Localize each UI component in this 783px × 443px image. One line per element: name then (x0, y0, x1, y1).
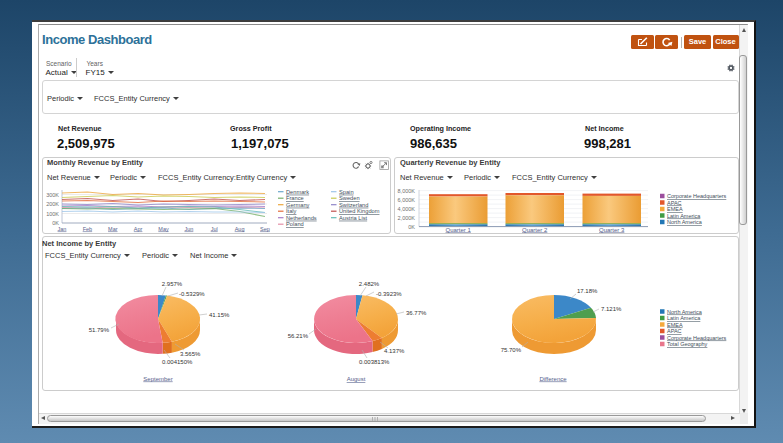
svg-text:4,000K: 4,000K (398, 206, 416, 212)
svg-text:100K: 100K (46, 211, 59, 217)
svg-text:August: August (347, 376, 366, 382)
svg-text:Italy: Italy (286, 208, 297, 214)
svg-text:-0.5329%: -0.5329% (179, 291, 205, 297)
svg-text:75.70%: 75.70% (501, 347, 522, 353)
svg-text:2,000K: 2,000K (398, 215, 416, 221)
svg-text:3.565%: 3.565% (180, 351, 201, 357)
svg-text:Latin America: Latin America (667, 213, 701, 219)
svg-text:September: September (143, 376, 172, 382)
svg-text:Sep: Sep (260, 226, 270, 232)
svg-text:2.957%: 2.957% (162, 281, 183, 287)
svg-text:6,000K: 6,000K (398, 197, 416, 203)
svg-text:300K: 300K (46, 192, 59, 198)
svg-text:Netherlands: Netherlands (286, 215, 317, 221)
svg-text:17.18%: 17.18% (577, 288, 598, 294)
svg-text:Mar: Mar (108, 226, 118, 232)
svg-text:Quarter 3: Quarter 3 (599, 227, 625, 233)
svg-text:Latin America: Latin America (667, 315, 701, 321)
svg-text:0.003813%: 0.003813% (359, 359, 390, 365)
svg-text:Apr: Apr (134, 226, 143, 232)
svg-text:Jun: Jun (184, 226, 193, 232)
svg-text:EMEA: EMEA (667, 322, 683, 328)
svg-text:Poland: Poland (286, 221, 304, 227)
svg-text:7.121%: 7.121% (601, 306, 622, 312)
svg-text:Feb: Feb (83, 226, 92, 232)
svg-text:-0.3923%: -0.3923% (376, 291, 402, 297)
svg-text:EMEA: EMEA (667, 206, 683, 212)
svg-text:APAC: APAC (667, 328, 682, 334)
svg-text:France: France (286, 195, 304, 201)
svg-text:North America: North America (667, 219, 703, 225)
svg-text:Corporate Headquarters: Corporate Headquarters (667, 335, 727, 341)
svg-text:Difference: Difference (539, 376, 567, 382)
svg-text:Aug: Aug (235, 226, 245, 232)
svg-text:May: May (158, 226, 169, 232)
svg-text:56.21%: 56.21% (288, 333, 309, 339)
svg-text:Switzerland: Switzerland (339, 202, 368, 208)
svg-text:APAC: APAC (667, 200, 682, 206)
svg-text:36.77%: 36.77% (406, 310, 427, 316)
svg-text:Jan: Jan (58, 226, 67, 232)
svg-text:Austria List: Austria List (339, 215, 368, 221)
svg-text:Corporate Headquarters: Corporate Headquarters (667, 193, 727, 199)
svg-text:Quarter 2: Quarter 2 (522, 227, 548, 233)
svg-text:200K: 200K (46, 201, 59, 207)
svg-text:41.15%: 41.15% (209, 312, 230, 318)
svg-text:Spain: Spain (339, 189, 354, 195)
svg-text:Quarter 1: Quarter 1 (446, 227, 472, 233)
svg-text:51.79%: 51.79% (89, 327, 110, 333)
svg-text:2.482%: 2.482% (359, 281, 380, 287)
svg-text:Germany: Germany (286, 202, 310, 208)
svg-text:0.004150%: 0.004150% (162, 359, 193, 365)
svg-text:0K: 0K (408, 224, 415, 230)
svg-text:8,000K: 8,000K (398, 188, 416, 194)
svg-text:United Kingdom: United Kingdom (339, 208, 380, 214)
svg-text:4.137%: 4.137% (384, 348, 405, 354)
svg-text:North America: North America (667, 309, 703, 315)
svg-text:Denmark: Denmark (286, 189, 309, 195)
svg-text:Jul: Jul (211, 226, 218, 232)
svg-text:Sweden: Sweden (339, 195, 360, 201)
svg-text:Total Geography: Total Geography (667, 341, 708, 347)
